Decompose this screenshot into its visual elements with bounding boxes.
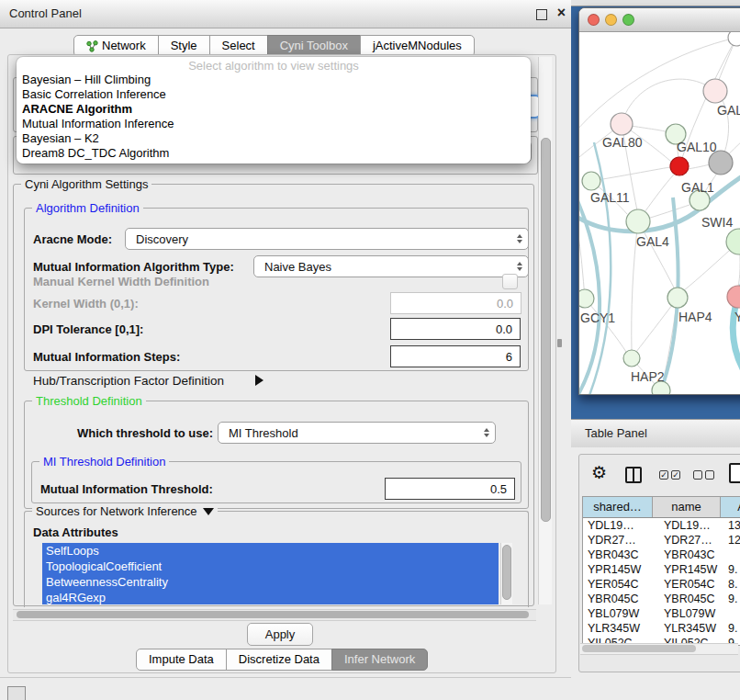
network-node-gal[interactable] xyxy=(703,79,727,103)
network-node[interactable] xyxy=(726,229,740,254)
bottom-tab-infer-network[interactable]: Infer Network xyxy=(331,649,428,671)
table-row-ydl19[interactable]: YDL19…YDL19…13 xyxy=(583,518,740,533)
attribute-item-betweennesscentrality[interactable]: BetweennessCentrality xyxy=(42,574,499,590)
node-table: shared…nameA YDL19…YDL19…13YDR27…YDR27…1… xyxy=(582,496,740,646)
network-window-titlebar[interactable] xyxy=(579,8,740,32)
columns-icon[interactable] xyxy=(625,467,642,483)
algorithm-option-aracne-algorithm[interactable]: ARACNE Algorithm xyxy=(17,102,531,117)
close-icon[interactable]: × xyxy=(557,4,566,22)
apply-button[interactable]: Apply xyxy=(247,623,313,646)
algorithm-dropdown-popup: Select algorithm to view settings Bayesi… xyxy=(17,57,531,164)
table-cell: 13 xyxy=(721,518,740,533)
algorithm-option-mutual-information-inference[interactable]: Mutual Information Inference xyxy=(17,117,531,131)
algorithm-option-basic-correlation-inference[interactable]: Basic Correlation Inference xyxy=(17,87,531,102)
network-node-label-y: Y xyxy=(734,310,740,324)
bottom-tab-impute-data[interactable]: Impute Data xyxy=(136,649,227,671)
algorithm-dropdown-hint: Select algorithm to view settings xyxy=(17,59,531,73)
mi-threshold-field[interactable]: 0.5 xyxy=(385,478,515,500)
table-cell: YER054C xyxy=(583,577,653,592)
algorithm-option-bayesian-hill-climbing[interactable]: Bayesian – Hill Climbing xyxy=(17,73,531,87)
network-node-gal80[interactable] xyxy=(611,113,633,135)
network-node[interactable] xyxy=(728,32,740,46)
gear-icon[interactable]: ⚙ xyxy=(591,464,607,481)
table-horizontal-scrollbar[interactable] xyxy=(580,643,738,655)
table-cell: YPR145W xyxy=(653,562,721,577)
table-cell: YDL19… xyxy=(583,518,653,533)
network-node-hap2[interactable] xyxy=(623,350,640,367)
network-node-gal11[interactable] xyxy=(582,172,600,190)
mi-type-combo[interactable]: Naive Bayes xyxy=(253,255,529,277)
aracne-mode-combo[interactable]: Discovery xyxy=(125,228,529,250)
table-row-ybr043c[interactable]: YBR043CYBR043C xyxy=(583,548,740,562)
attributes-scrollbar[interactable] xyxy=(500,543,512,604)
control-panel-title: Control Panel xyxy=(9,6,82,20)
dpi-tolerance-field[interactable]: 0.0 xyxy=(390,318,521,340)
table-row-ydr27[interactable]: YDR27…YDR27…12 xyxy=(583,533,740,548)
bottom-tab-bar: Impute DataDiscretize DataInfer Network xyxy=(136,649,428,671)
collapse-arrow-icon[interactable] xyxy=(203,508,214,515)
column-header-a[interactable]: A xyxy=(721,497,740,517)
table-cell: YBR043C xyxy=(583,548,653,562)
network-node-label-gal4: GAL4 xyxy=(636,234,669,249)
attribute-item-selfloops[interactable]: SelfLoops xyxy=(42,543,499,559)
column-header-shared[interactable]: shared… xyxy=(583,497,653,517)
mi-steps-field[interactable]: 6 xyxy=(390,345,521,367)
bottom-divider xyxy=(0,677,571,678)
table-cell xyxy=(721,606,740,621)
network-tab-icon xyxy=(86,40,98,52)
network-node-gcy1[interactable] xyxy=(579,289,594,308)
table-cell: YBR043C xyxy=(653,548,721,562)
stepper-icon xyxy=(517,262,522,271)
dpi-tolerance-value: 0.0 xyxy=(496,322,512,336)
expand-arrow-icon[interactable] xyxy=(255,373,263,390)
table-cell: YBL079W xyxy=(653,606,721,621)
network-node-gal1[interactable] xyxy=(670,157,689,175)
traffic-light-minimize-icon[interactable] xyxy=(605,14,617,26)
float-window-icon[interactable] xyxy=(536,9,547,20)
network-node-hap4[interactable] xyxy=(667,288,688,308)
new-table-icon[interactable] xyxy=(729,463,740,483)
manual-kernel-checkbox[interactable] xyxy=(502,274,518,289)
mi-threshold-group-title: MI Threshold Definition xyxy=(39,455,169,469)
table-cell: 8. xyxy=(721,577,740,592)
select-all-checks-icon[interactable]: ✓✓ xyxy=(659,470,680,480)
kernel-width-label: Kernel Width (0,1): xyxy=(33,297,139,310)
mi-steps-value: 6 xyxy=(506,350,512,364)
mi-steps-label: Mutual Information Steps: xyxy=(33,350,180,364)
algorithm-option-dream8-dc-tdc-algorithm[interactable]: Dream8 DC_TDC Algorithm xyxy=(17,146,531,161)
network-node-label-swi4: SWI4 xyxy=(701,215,733,230)
table-row-ylr345w[interactable]: YLR345WYLR345W9. xyxy=(583,621,740,636)
table-cell: YDL19… xyxy=(653,518,721,533)
table-row-ypr145w[interactable]: YPR145WYPR145W9. xyxy=(583,562,740,577)
bottom-left-panel-icon[interactable] xyxy=(7,686,26,700)
attribute-item-gal4rgexp[interactable]: gal4RGexp xyxy=(42,590,499,604)
which-threshold-combo[interactable]: MI Threshold xyxy=(218,422,496,444)
data-attributes-list[interactable]: SelfLoopsTopologicalCoefficientBetweenne… xyxy=(42,543,499,604)
network-canvas[interactable]: GALGAL80GAL10GAL1GAL11SWI4GAL4GCY1HAP4YH… xyxy=(579,32,740,394)
algorithm-definition-title: Algorithm Definition xyxy=(32,201,143,215)
mi-type-value: Naive Bayes xyxy=(264,260,331,274)
kernel-width-field[interactable]: 0.0 xyxy=(390,292,521,314)
traffic-light-close-icon[interactable] xyxy=(588,14,600,26)
settings-horizontal-scrollbar[interactable] xyxy=(13,609,536,621)
table-row-yer054c[interactable]: YER054CYER054C8. xyxy=(583,577,740,592)
network-node-label-hap2: HAP2 xyxy=(631,369,665,384)
table-cell xyxy=(721,548,740,562)
panel-splitter-handle[interactable] xyxy=(557,339,562,347)
bottom-tab-discretize-data[interactable]: Discretize Data xyxy=(226,649,332,671)
network-edges-strong xyxy=(579,142,740,394)
table-row-ybl079w[interactable]: YBL079WYBL079W xyxy=(583,606,740,621)
table-cell: YER054C xyxy=(653,577,721,592)
algorithm-option-bayesian-k2[interactable]: Bayesian – K2 xyxy=(17,131,531,146)
table-row-ybr045c[interactable]: YBR045CYBR045C9. xyxy=(583,592,740,606)
aracne-mode-value: Discovery xyxy=(136,232,188,246)
column-header-name[interactable]: name xyxy=(653,497,721,517)
traffic-light-zoom-icon[interactable] xyxy=(622,14,634,26)
deselect-all-checks-icon[interactable] xyxy=(693,470,714,480)
aracne-mode-label: Aracne Mode: xyxy=(33,232,112,246)
apply-label: Apply xyxy=(265,627,296,641)
network-node-y[interactable] xyxy=(727,286,740,308)
attribute-item-topologicalcoefficient[interactable]: TopologicalCoefficient xyxy=(42,559,499,574)
settings-vertical-scrollbar[interactable] xyxy=(538,57,552,604)
network-node-gal4[interactable] xyxy=(626,209,650,233)
